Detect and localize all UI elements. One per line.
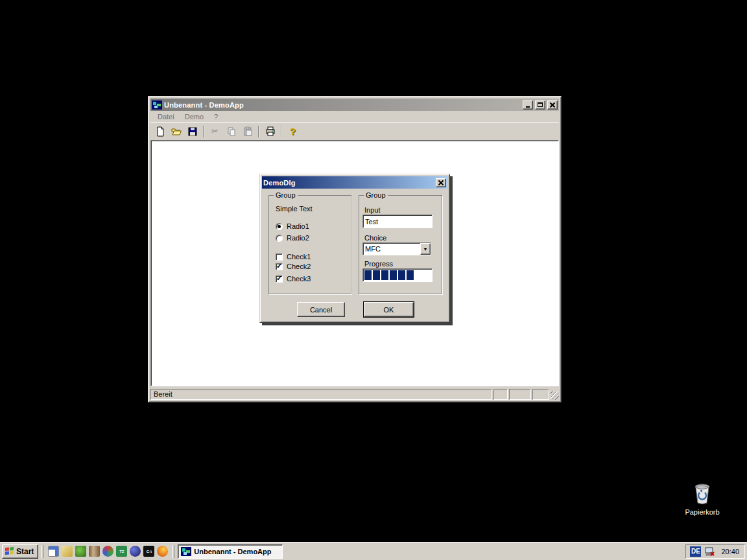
menu-help[interactable]: ? — [209, 112, 222, 121]
quicklaunch-address-book-icon[interactable] — [89, 546, 100, 557]
resize-grip[interactable] — [551, 391, 559, 400]
recycle-bin-desktop-icon[interactable]: Papierkorb — [679, 482, 726, 516]
chevron-down-icon[interactable] — [420, 243, 431, 255]
status-bar: Bereit — [150, 387, 559, 400]
right-group-label: Group — [364, 191, 388, 199]
quicklaunch-show-desktop-icon[interactable] — [48, 546, 59, 557]
help-button[interactable]: ? — [285, 124, 300, 139]
quicklaunch-media-player-icon[interactable] — [102, 546, 113, 557]
input-field[interactable] — [362, 215, 433, 228]
menu-datei[interactable]: Datei — [153, 112, 179, 121]
recycle-bin-label: Papierkorb — [685, 508, 719, 516]
radio1-control[interactable] — [276, 223, 283, 230]
system-tray: DE 20:40 — [685, 544, 745, 559]
minimize-icon — [526, 106, 530, 108]
radio2-row[interactable]: Radio2 — [276, 234, 309, 242]
simple-text-label: Simple Text — [276, 205, 313, 213]
start-button[interactable]: Start — [2, 544, 38, 559]
radio1-label: Radio1 — [287, 222, 309, 230]
cancel-button[interactable]: Cancel — [297, 302, 345, 317]
paste-button[interactable] — [240, 124, 255, 139]
desktop: { "window": { "title": "Unbenannt - Demo… — [0, 0, 747, 560]
task-button-demoapp[interactable]: Unbenannt - DemoApp — [178, 544, 283, 559]
start-button-label: Start — [16, 547, 34, 556]
quicklaunch-bug-tool-icon[interactable] — [75, 546, 86, 557]
check2-label: Check2 — [287, 262, 311, 270]
tz-glyph: TZ — [119, 550, 124, 554]
open-folder-icon — [171, 126, 182, 137]
status-pane-3 — [532, 389, 549, 400]
dialog-body: Group Simple Text Radio1 Radio2 Check1 C… — [262, 189, 447, 320]
maximize-button[interactable] — [535, 100, 545, 110]
quicklaunch-firefox-icon[interactable] — [157, 546, 168, 557]
left-groupbox: Group Simple Text Radio1 Radio2 Check1 C… — [268, 195, 351, 294]
check1-control[interactable] — [276, 253, 283, 261]
paste-icon — [243, 126, 253, 137]
status-message: Bereit — [150, 389, 492, 400]
quicklaunch-globe-browser-icon[interactable] — [130, 546, 141, 557]
minimize-button[interactable] — [523, 100, 533, 110]
main-window-title: Unbenannt - DemoApp — [164, 101, 521, 109]
check3-label: Check3 — [287, 275, 311, 283]
dialog-titlebar[interactable]: DemoDlg — [262, 176, 447, 189]
app-icon — [152, 100, 162, 110]
copy-icon — [226, 126, 237, 137]
quicklaunch-command-prompt-icon[interactable]: C:\ — [143, 546, 154, 557]
recycle-bin-icon — [691, 482, 713, 506]
check1-row[interactable]: Check1 — [276, 253, 311, 261]
close-button[interactable] — [547, 100, 558, 110]
check2-control[interactable] — [276, 263, 283, 270]
open-folder-button[interactable] — [169, 124, 184, 139]
print-button[interactable] — [263, 124, 278, 139]
check3-control[interactable] — [276, 275, 283, 283]
quicklaunch-timezone-tool-icon[interactable]: TZ — [116, 546, 127, 557]
menu-demo[interactable]: Demo — [180, 112, 208, 121]
check1-label: Check1 — [287, 253, 311, 261]
progress-bar — [362, 268, 433, 282]
save-button[interactable] — [185, 124, 200, 139]
cmd-glyph: C:\ — [147, 550, 152, 554]
help-icon: ? — [290, 126, 296, 136]
choice-label: Choice — [364, 234, 386, 242]
status-pane-2 — [509, 389, 531, 400]
dialog-title: DemoDlg — [263, 179, 434, 187]
new-file-icon — [155, 126, 165, 137]
quicklaunch-handwriting-pad-icon[interactable] — [62, 546, 73, 557]
copy-button[interactable] — [224, 124, 239, 139]
maximize-icon — [538, 102, 543, 107]
cut-button[interactable]: ✂ — [208, 124, 222, 139]
taskbar-handle[interactable] — [172, 545, 174, 558]
demodlg-dialog: DemoDlg Group Simple Text Radio1 Radio2 … — [259, 174, 450, 323]
radio1-row[interactable]: Radio1 — [276, 222, 309, 230]
choice-value: MFC — [363, 243, 420, 255]
radio2-control[interactable] — [276, 235, 283, 242]
input-label: Input — [364, 206, 380, 214]
progress-label: Progress — [364, 260, 393, 268]
dialog-close-button[interactable] — [436, 178, 446, 187]
right-groupbox: Group Input Choice MFC Progress — [359, 195, 442, 294]
left-group-label: Group — [274, 191, 298, 199]
cut-icon: ✂ — [211, 127, 219, 135]
close-icon — [438, 180, 444, 185]
close-icon — [550, 102, 555, 107]
network-offline-icon[interactable] — [704, 546, 715, 557]
taskbar: Start TZ C:\ Unbenannt - DemoApp DE — [0, 542, 747, 560]
new-file-button[interactable] — [152, 124, 167, 139]
save-icon — [187, 126, 198, 137]
task-button-label: Unbenannt - DemoApp — [194, 548, 271, 555]
toolbar-separator — [258, 126, 259, 137]
check2-row[interactable]: Check2 — [276, 262, 311, 270]
menu-bar: Datei Demo ? — [150, 111, 559, 122]
toolbar-separator — [281, 126, 282, 137]
print-icon — [265, 126, 276, 137]
choice-combobox[interactable]: MFC — [362, 242, 431, 255]
toolbar: ✂ ? — [150, 122, 559, 139]
language-indicator[interactable]: DE — [690, 546, 701, 557]
tray-clock[interactable]: 20:40 — [718, 548, 739, 555]
toolbar-separator — [203, 126, 204, 137]
main-window-titlebar[interactable]: Unbenannt - DemoApp — [150, 99, 559, 111]
check3-row[interactable]: Check3 — [276, 275, 311, 283]
ok-button[interactable]: OK — [364, 302, 414, 317]
status-pane-1 — [493, 389, 508, 400]
taskbar-handle[interactable] — [42, 545, 43, 558]
